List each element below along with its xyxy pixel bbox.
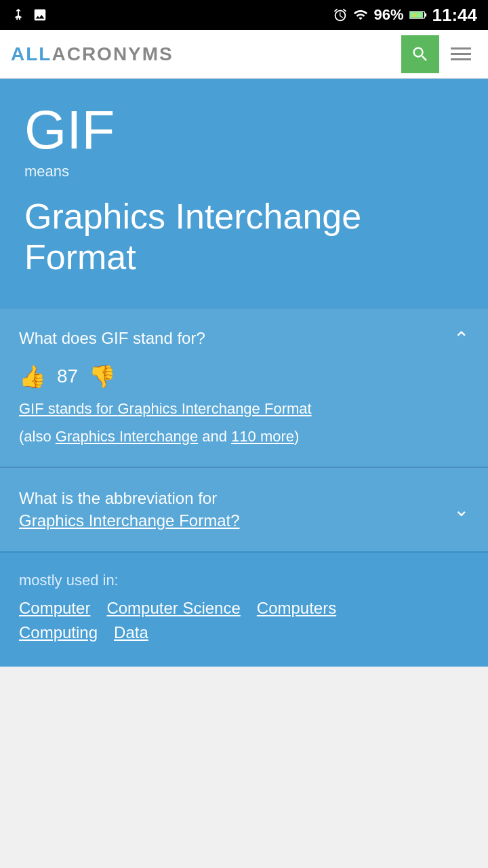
tags-row: Computer Computer Science Computers bbox=[19, 599, 469, 618]
chevron-up-icon[interactable]: ⌃ bbox=[453, 328, 469, 350]
vote-count: 87 bbox=[57, 366, 78, 387]
hamburger-icon bbox=[451, 47, 471, 60]
nav-actions bbox=[401, 35, 477, 73]
also-link-text: Graphics Interchange bbox=[56, 428, 198, 445]
status-bar: 96% ⚡ 11:44 bbox=[0, 0, 488, 30]
logo[interactable]: ALLACRONYMS bbox=[11, 43, 174, 65]
also-link[interactable]: Graphics Interchange bbox=[56, 428, 198, 445]
battery-percentage: 96% bbox=[373, 6, 403, 24]
definition-link[interactable]: GIF stands for Graphics Interchange Form… bbox=[19, 400, 312, 417]
tags-section: mostly used in: Computer Computer Scienc… bbox=[0, 551, 488, 667]
abbrev-link-text: Graphics Interchange Format? bbox=[19, 511, 240, 530]
status-time: 11:44 bbox=[432, 5, 478, 26]
tags-row-2: Computing Data bbox=[19, 623, 469, 642]
menu-button[interactable] bbox=[445, 38, 477, 71]
definition-text: GIF stands for Graphics Interchange Form… bbox=[19, 397, 469, 420]
svg-text:⚡: ⚡ bbox=[412, 12, 418, 18]
search-button[interactable] bbox=[401, 35, 439, 73]
more-link-text: 110 more bbox=[231, 428, 294, 445]
also-text: (also Graphics Interchange and 110 more) bbox=[19, 425, 469, 448]
stand-for-header[interactable]: What does GIF stand for? ⌃ bbox=[19, 328, 469, 350]
abbreviation-question: What is the abbreviation for Graphics In… bbox=[19, 487, 453, 532]
means-label: means bbox=[24, 163, 464, 180]
stand-for-section: What does GIF stand for? ⌃ 👍 87 👎 GIF st… bbox=[0, 308, 488, 467]
status-left-icons bbox=[11, 7, 47, 22]
chevron-down-icon[interactable]: ⌄ bbox=[453, 496, 469, 523]
svg-rect-1 bbox=[424, 13, 426, 16]
gif-label: GIF stands for bbox=[19, 400, 118, 417]
tag-computing[interactable]: Computing bbox=[19, 623, 98, 642]
hero-section: GIF means Graphics Interchange Format bbox=[0, 79, 488, 308]
logo-acronyms: ACRONYMS bbox=[52, 43, 173, 64]
tag-data[interactable]: Data bbox=[114, 623, 148, 642]
search-icon bbox=[411, 45, 430, 64]
battery-icon: ⚡ bbox=[409, 7, 427, 22]
signal-icon bbox=[353, 7, 368, 22]
stand-for-question: What does GIF stand for? bbox=[19, 329, 205, 348]
tag-computer-science[interactable]: Computer Science bbox=[106, 599, 240, 618]
def-link-text: Graphics Interchange Format bbox=[118, 400, 312, 417]
abbreviation-section: What is the abbreviation for Graphics In… bbox=[0, 467, 488, 551]
alarm-icon bbox=[333, 7, 348, 22]
thumbs-down-button[interactable]: 👎 bbox=[89, 363, 116, 389]
acronym-title: GIF bbox=[24, 103, 464, 157]
vote-row: 👍 87 👎 bbox=[19, 363, 469, 389]
abbrev-question-text: What is the abbreviation for bbox=[19, 489, 217, 507]
abbrev-link[interactable]: Graphics Interchange Format? bbox=[19, 511, 240, 530]
tag-computers[interactable]: Computers bbox=[257, 599, 336, 618]
more-link[interactable]: 110 more bbox=[231, 428, 294, 445]
tags-label: mostly used in: bbox=[19, 572, 469, 589]
thumbs-up-button[interactable]: 👍 bbox=[19, 363, 46, 389]
nav-bar: ALLACRONYMS bbox=[0, 30, 488, 79]
logo-all: ALL bbox=[11, 43, 52, 64]
usb-icon bbox=[11, 7, 26, 22]
abbreviation-header[interactable]: What is the abbreviation for Graphics In… bbox=[19, 487, 469, 532]
image-icon bbox=[33, 7, 47, 22]
full-name: Graphics Interchange Format bbox=[24, 197, 464, 278]
status-right-icons: 96% ⚡ 11:44 bbox=[333, 5, 477, 26]
tag-computer[interactable]: Computer bbox=[19, 599, 90, 618]
